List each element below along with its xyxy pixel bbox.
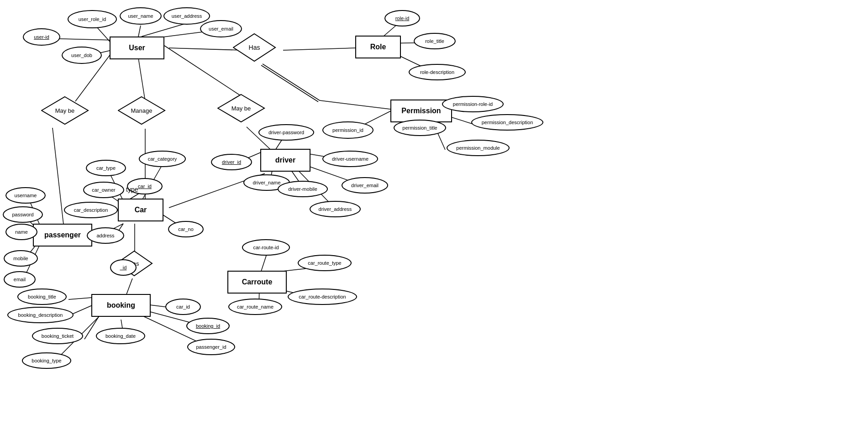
svg-text:Manage: Manage [131,107,153,114]
attr-driver-password: driver-password [258,124,314,141]
attr-permission-id: permission_id [322,121,374,139]
attr-booking-id-label: booking_id [196,323,220,329]
attr-car-route-type: car_route_type [298,255,352,271]
attr-user-id-label: user-id [34,34,49,40]
attr-car-category: car_category [139,151,186,167]
attr-driver-id-label: driver_id [222,159,241,165]
entity-user: User [110,37,164,59]
svg-text:May be: May be [231,105,251,112]
attr-user-dob-label: user_dob [71,52,92,58]
attr-driver-address-label: driver_address [319,206,352,212]
type-label: type [126,186,138,193]
relationship-maybe2-diamond: May be [217,94,265,123]
attr-car-route-id-label: car-route-id [253,245,279,250]
attr-car-route-id: car-route-id [242,239,290,256]
attr-role-id: role-id [384,10,420,26]
attr-driver-username-label: driver-username [332,156,368,162]
entity-role-label: Role [370,43,386,51]
attr-role-title-label: role_title [425,38,444,44]
attr-driver-email-label: driver_email [351,183,379,188]
relationship-manage-diamond: Manage [118,96,166,126]
attr-user-role-id-label: user_role_id [79,16,106,22]
attr-driver-name-label: driver_name [253,180,280,185]
attr-permission-description-label: permission_description [482,120,533,125]
attr-booking-title: booking_title [17,289,67,305]
attr-booking-id: booking_id [186,318,230,334]
attr-car-route-description: car_route-description [288,289,357,305]
attr-booking-type-label: booking_type [32,358,61,363]
entity-permission-label: Permission [401,107,441,115]
relationship-has-diamond: Has [233,33,276,63]
attr-booking-type: booking_type [22,352,71,369]
attr-user-name-label: user_name [128,13,153,19]
attr-car-route-description-label: car_route-description [299,294,346,299]
entity-passenger-label: passenger [44,231,81,239]
attr-user-address: user_address [163,7,210,25]
attr-permission-description: permission_description [471,114,543,131]
attr-user-dob: user_dob [62,47,102,64]
attr-user-email-label: user_email [209,26,233,31]
attr-car-id-b-label: car_id [176,304,190,310]
attr-user-role-id: user_role_id [68,10,117,28]
attr-booking-ticket-label: booking_ticket [42,333,74,339]
svg-line-11 [263,64,320,100]
attr-car-description-label: car_description [74,207,108,213]
attr-car-category-label: car_category [148,156,177,162]
attr-user-email: user_email [200,20,242,37]
attr-permission-role-id-label: permission-role-id [453,101,493,107]
attr-email-passenger: email [4,271,36,288]
attr-passenger-id: passenger_id [187,339,235,355]
attr-name: name [5,224,37,240]
svg-line-7 [283,48,356,50]
svg-text:May be: May be [55,107,75,114]
entity-driver-label: driver [275,156,295,164]
svg-line-13 [320,100,394,110]
attr-car-route-type-label: car_route_type [308,260,341,266]
attr-booking-description-label: booking_description [18,312,63,318]
attr-permission-id-label: permission_id [332,127,363,133]
attr-username-label: username [15,193,37,198]
er-diagram: User Role Permission driver Car passenge… [0,0,868,446]
entity-carroute: Carroute [227,271,287,294]
attr-driver-email: driver_email [342,177,388,194]
attr-driver-address: driver_address [310,201,361,217]
attr-car-owner: car_owner [83,182,124,198]
entity-role: Role [355,36,401,58]
attr-booking-date-label: booking_date [105,333,136,339]
attr-permission-title-label: permission_title [402,125,437,131]
attr-user-id: user-id [23,28,60,46]
attr-mobile-label: mobile [13,256,28,261]
svg-line-12 [261,65,318,102]
entity-car-label: Car [135,206,147,214]
svg-text:Has: Has [249,44,260,51]
attr-user-address-label: user_address [172,13,202,19]
attr-role-id-label: role-id [395,16,410,21]
svg-line-20 [53,128,64,228]
attr-driver-id: driver_id [211,154,252,170]
attr-driver-username: driver-username [322,151,378,167]
attr-user-name: user_name [120,7,162,25]
attr-car-no-label: car_no [178,226,194,232]
attr-id-b: _id [110,259,137,276]
entity-carroute-label: Carroute [242,278,273,286]
attr-username: username [5,187,46,204]
attr-driver-password-label: driver-password [268,130,304,135]
attr-car-route-name-label: car_route_name [237,304,274,310]
attr-car-route-name: car_route_name [228,299,282,315]
attr-booking-ticket: booking_ticket [32,328,83,344]
svg-line-1 [138,26,141,37]
entity-driver: driver [260,149,310,172]
attr-permission-role-id: permission-role-id [442,96,504,112]
svg-line-2 [142,24,185,37]
attr-password: password [3,206,43,223]
attr-role-description: role-description [409,64,466,80]
attr-car-owner-label: car_owner [92,187,115,193]
attr-car-type-label: car_type [96,165,116,171]
attr-password-label: password [12,212,33,217]
attr-name-label: name [15,229,28,235]
attr-permission-module: permission_module [447,140,510,156]
attr-id-b-label: _id [120,265,127,270]
attr-permission-title: permission_title [394,120,446,136]
relationship-maybe1-diamond: May be [41,96,89,126]
attr-driver-mobile: driver-mobile [278,181,328,197]
